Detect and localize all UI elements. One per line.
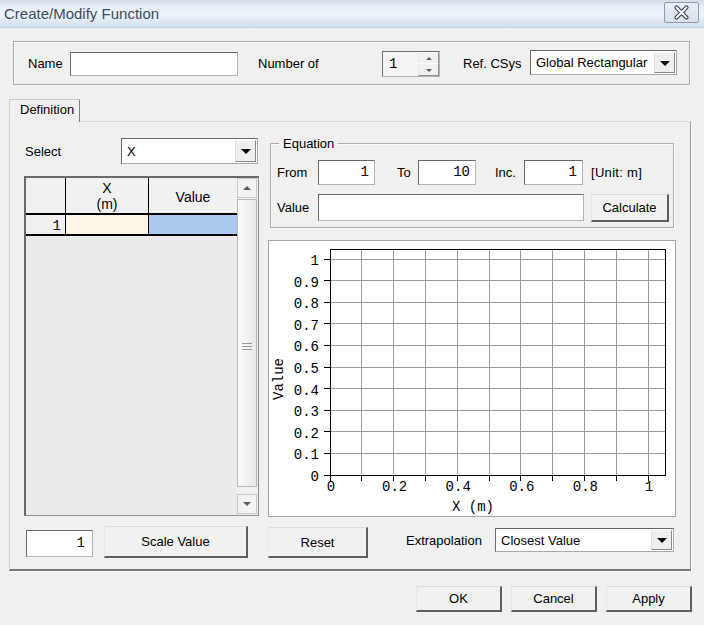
svg-text:0.9: 0.9 bbox=[294, 275, 319, 291]
svg-text:0.4: 0.4 bbox=[446, 479, 471, 495]
svg-text:0.8: 0.8 bbox=[573, 479, 598, 495]
svg-text:X (m): X (m) bbox=[452, 499, 494, 515]
svg-text:0.2: 0.2 bbox=[294, 426, 319, 442]
svg-text:1: 1 bbox=[645, 479, 653, 495]
svg-text:0.6: 0.6 bbox=[294, 339, 319, 355]
svg-text:0.2: 0.2 bbox=[382, 479, 407, 495]
svg-text:0.1: 0.1 bbox=[294, 447, 319, 463]
svg-text:0: 0 bbox=[327, 479, 335, 495]
svg-text:1: 1 bbox=[311, 253, 319, 269]
svg-text:Value: Value bbox=[271, 358, 287, 400]
svg-text:0.7: 0.7 bbox=[294, 318, 319, 334]
svg-text:0: 0 bbox=[311, 469, 319, 485]
svg-text:0.6: 0.6 bbox=[509, 479, 534, 495]
svg-text:0.5: 0.5 bbox=[294, 361, 319, 377]
svg-text:0.3: 0.3 bbox=[294, 404, 319, 420]
svg-text:0.4: 0.4 bbox=[294, 383, 319, 399]
svg-text:0.8: 0.8 bbox=[294, 296, 319, 312]
